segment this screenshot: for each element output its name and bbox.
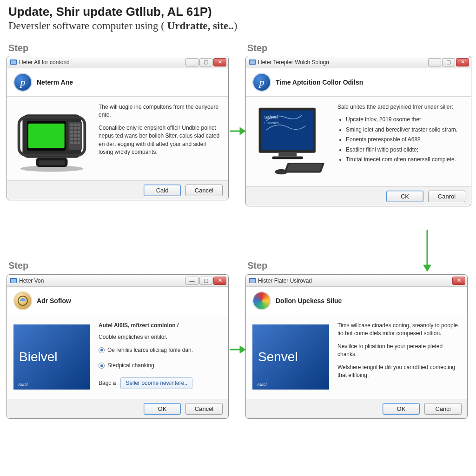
- radio-icon: [99, 347, 105, 353]
- svg-rect-6: [28, 124, 65, 148]
- cancel-button[interactable]: Canrol: [428, 191, 465, 202]
- dialog-text-3: Welshere iengril le dili you canrdtfied …: [337, 364, 461, 380]
- cancel-button[interactable]: Canci: [424, 403, 462, 415]
- svg-rect-12: [74, 127, 77, 130]
- seller-link-button[interactable]: Seller ooome newintere..: [120, 377, 192, 389]
- svg-rect-13: [78, 127, 80, 130]
- close-button[interactable]: ✕: [213, 58, 226, 66]
- maximize-button[interactable]: ▢: [442, 58, 455, 66]
- svg-rect-34: [278, 153, 297, 157]
- radio-option-2[interactable]: Stedpical chanking.: [99, 362, 222, 370]
- app-logo-icon: p: [13, 73, 32, 92]
- ok-button[interactable]: OK: [383, 403, 420, 415]
- pc-illustration: Saltvel Slsoches: [252, 103, 329, 180]
- arrow-right-icon: [230, 344, 245, 355]
- cald-button[interactable]: Cald: [144, 185, 181, 196]
- arrow-down-icon: [422, 230, 433, 271]
- cancel-button[interactable]: Cancel: [185, 403, 223, 415]
- svg-rect-17: [70, 134, 73, 137]
- dialog-text-2: Neviilce to plcatiion be your pereate pl…: [337, 343, 461, 359]
- dialog-2: Heter Terepler Wolch Sologn — ▢ ✕ p Time…: [245, 56, 471, 206]
- svg-rect-19: [78, 134, 80, 137]
- minimize-button[interactable]: —: [185, 58, 198, 66]
- dialog-intro: Sale unites tthe ared peyinied frrer und…: [337, 103, 464, 111]
- app-logo-icon: [252, 291, 271, 310]
- dialog-4: Hister Flater Uslrovad ✕ Dollon Upckess …: [245, 274, 468, 419]
- dialog-strong: Autel AI6IS, mfizert comlolon /: [99, 322, 222, 330]
- close-button[interactable]: ✕: [452, 277, 465, 285]
- list-item: Tiruital imecet com olten nanersall comp…: [346, 156, 464, 164]
- svg-rect-20: [70, 138, 73, 140]
- dialog-heading: Adr Soflow: [37, 297, 71, 304]
- dialog-heading: Time Aptcition Collor Odilsn: [276, 79, 363, 86]
- ck-button[interactable]: CK: [386, 191, 423, 202]
- dialog-text-1: The will uogle ine compultens from the o…: [99, 103, 222, 119]
- svg-rect-35: [272, 157, 303, 159]
- svg-rect-22: [78, 138, 80, 140]
- svg-rect-18: [74, 134, 77, 137]
- dialog-text-2: Coonaliibe only le enpsiroh officir Undb…: [99, 124, 222, 157]
- svg-rect-27: [39, 161, 65, 165]
- page-title: Update, Shir update Gtllub, AL 61P): [0, 0, 476, 20]
- dialog-heading: Dollon Upckess Silue: [276, 297, 342, 304]
- list-item: Esatiler fitlni witlo postl olidte;: [346, 146, 464, 154]
- dialog-text-1: Tims willcase cinades coning, sreanoly t…: [337, 322, 461, 338]
- svg-rect-16: [78, 131, 80, 133]
- dialog-1: Heter All for contorid — ▢ ✕ p Neterm An…: [7, 56, 229, 200]
- svg-rect-8: [70, 124, 73, 126]
- device-illustration: [13, 103, 90, 174]
- arrow-right-icon: [230, 126, 245, 137]
- svg-point-38: [275, 169, 288, 175]
- svg-rect-24: [74, 142, 77, 144]
- svg-rect-1: [11, 60, 16, 64]
- close-button[interactable]: ✕: [213, 277, 226, 285]
- step-label-4: Step: [247, 260, 267, 271]
- page-subtitle: Deversler software computer using ( Urdr…: [0, 20, 476, 37]
- svg-rect-21: [74, 138, 77, 140]
- minimize-button[interactable]: —: [185, 277, 198, 285]
- window-icon: [249, 59, 256, 66]
- dialog-bullet-list: Upcate inlov, 2019 osome thet Sming lole…: [337, 116, 464, 164]
- window-title: Heter Von: [19, 278, 44, 284]
- cancel-button[interactable]: Cancel: [185, 185, 223, 196]
- svg-rect-11: [70, 127, 73, 130]
- svg-rect-25: [78, 142, 80, 144]
- ok-button[interactable]: OK: [144, 403, 181, 415]
- svg-text:Slsoches: Slsoches: [264, 121, 279, 125]
- bagc-label: Bagc a: [99, 380, 116, 386]
- svg-marker-47: [423, 265, 431, 271]
- step-label-3: Step: [8, 260, 28, 271]
- svg-rect-9: [74, 124, 77, 126]
- window-title: Heter Terepler Wolch Sologn: [258, 59, 329, 66]
- list-item: Eonents preresposble of A688: [346, 136, 464, 144]
- svg-rect-23: [70, 142, 73, 144]
- maximize-button[interactable]: ▢: [199, 277, 212, 285]
- radio-icon: [99, 363, 105, 369]
- minimize-button[interactable]: —: [428, 58, 441, 66]
- window-title: Hister Flater Uslrovad: [258, 278, 312, 284]
- svg-rect-15: [74, 131, 77, 133]
- step-label-2: Step: [247, 43, 267, 53]
- brand-illustration: Senvel Autol: [252, 322, 329, 392]
- app-logo-icon: [13, 291, 32, 310]
- svg-marker-49: [240, 346, 245, 353]
- svg-text:Saltvel: Saltvel: [264, 114, 278, 119]
- window-icon: [10, 59, 17, 66]
- svg-rect-43: [250, 279, 255, 283]
- svg-rect-29: [250, 60, 255, 64]
- list-item: Sming lolet and bereciiver traster sollo…: [346, 126, 464, 134]
- window-icon: [249, 277, 256, 284]
- svg-marker-45: [240, 127, 245, 135]
- dialog-heading: Neterm Ane: [37, 79, 73, 86]
- dialog-3: Heter Von — ▢ ✕ Adr Soflow Bielvel Autol…: [7, 274, 229, 419]
- brand-illustration: Bielvel Autol: [13, 322, 90, 392]
- app-logo-icon: p: [252, 73, 271, 92]
- maximize-button[interactable]: ▢: [199, 58, 212, 66]
- svg-rect-40: [11, 279, 16, 283]
- radio-option-1[interactable]: Oe rehiliis lcarcs oliciiag forile dan.: [99, 346, 222, 354]
- close-button[interactable]: ✕: [456, 58, 469, 66]
- svg-rect-14: [70, 131, 73, 133]
- list-item: Upcate inlov, 2019 osome thet: [346, 116, 464, 124]
- window-icon: [10, 277, 17, 284]
- svg-rect-10: [78, 124, 80, 126]
